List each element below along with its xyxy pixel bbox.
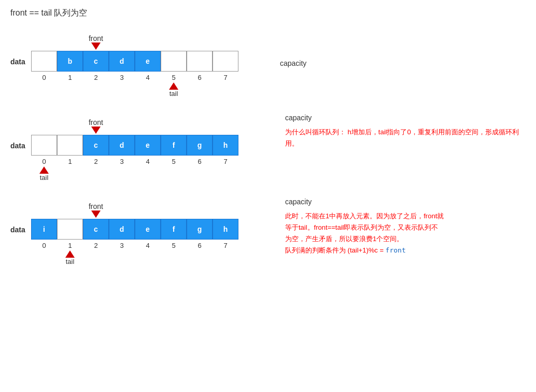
tail-row-3: tail (31, 249, 270, 265)
idx-3-0: 0 (31, 242, 57, 249)
idx-2-2: 2 (83, 158, 109, 165)
cell-2-7: h (213, 135, 238, 156)
cell-3-1 (57, 219, 83, 240)
idx-3-1: 1 (57, 242, 83, 249)
cell-1-7 (213, 51, 238, 72)
cell-3-6: g (187, 219, 213, 240)
front-label-2: front (89, 118, 103, 127)
array-row-3: i c d e f g h (31, 219, 270, 240)
cell-1-5 (161, 51, 187, 72)
idx-1-1: 1 (57, 74, 83, 81)
cell-2-1 (57, 135, 83, 156)
idx-3-2: 2 (83, 242, 109, 249)
section-3: data front i c d e f g (10, 197, 526, 265)
page-title: front == tail 队列为空 (10, 8, 526, 19)
cell-3-7: h (213, 219, 238, 240)
cell-1-1: b (57, 51, 83, 72)
capacity-label-2: capacity (285, 114, 312, 122)
idx-3-5: 5 (161, 242, 187, 249)
tail-arrow-2 (39, 166, 49, 174)
index-row-3: 0 1 2 3 4 5 6 7 (31, 242, 270, 249)
idx-1-7: 7 (213, 74, 238, 81)
cell-3-0: i (31, 219, 57, 240)
section-2: data front c d e f g (10, 113, 526, 181)
array-row-2: c d e f g h (31, 135, 270, 156)
front-label-3: front (89, 202, 103, 211)
idx-1-3: 3 (109, 74, 135, 81)
capacity-label-1: capacity (280, 59, 306, 67)
section-1: data front b c d (10, 29, 526, 97)
idx-3-7: 7 (213, 242, 238, 249)
cell-2-2: c (83, 135, 109, 156)
idx-3-3: 3 (109, 242, 135, 249)
idx-2-3: 3 (109, 158, 135, 165)
tail-row-2: tail (31, 165, 270, 181)
idx-1-0: 0 (31, 74, 57, 81)
tail-label-2: tail (40, 174, 49, 181)
idx-2-1: 1 (57, 158, 83, 165)
cell-2-3: d (109, 135, 135, 156)
diagram-1: data front b c d (10, 29, 270, 97)
idx-2-6: 6 (187, 158, 213, 165)
front-arrow-2 (91, 127, 101, 134)
cell-3-5: f (161, 219, 187, 240)
cell-3-2: c (83, 219, 109, 240)
tail-row-1: tail (31, 81, 270, 97)
cell-2-6: g (187, 135, 213, 156)
idx-2-7: 7 (213, 158, 238, 165)
diagram-3: data front i c d e f g (10, 197, 270, 265)
tail-arrow-1 (169, 82, 178, 90)
idx-1-6: 6 (187, 74, 213, 81)
array-row-1: b c d e (31, 51, 270, 72)
note-3: 此时，不能在1中再放入元素。因为放了之后，front就等于tail。front=… (285, 211, 526, 256)
data-label-3: data (10, 226, 25, 234)
cell-2-4: e (135, 135, 161, 156)
idx-1-5: 5 (161, 74, 187, 81)
tail-label-3: tail (66, 258, 75, 265)
cell-1-0 (31, 51, 57, 72)
front-label-1: front (89, 34, 103, 43)
cell-3-3: d (109, 219, 135, 240)
idx-2-4: 4 (135, 158, 161, 165)
tail-arrow-3 (65, 250, 75, 258)
tail-label-1: tail (170, 90, 178, 97)
cell-3-4: e (135, 219, 161, 240)
cell-2-0 (31, 135, 57, 156)
cell-1-4: e (135, 51, 161, 72)
cell-1-2: c (83, 51, 109, 72)
capacity-label-3: capacity (285, 198, 312, 206)
cell-2-5: f (161, 135, 187, 156)
idx-2-5: 5 (161, 158, 187, 165)
note-2: 为什么叫循环队列： h增加后，tail指向了0，重复利用前面的空间，形成循环利用… (285, 127, 526, 149)
diagram-2: data front c d e f g (10, 113, 270, 181)
cell-1-6 (187, 51, 213, 72)
idx-2-0: 0 (31, 158, 57, 165)
data-label-2: data (10, 142, 25, 150)
idx-3-4: 4 (135, 242, 161, 249)
index-row-2: 0 1 2 3 4 5 6 7 (31, 158, 270, 165)
idx-3-6: 6 (187, 242, 213, 249)
idx-1-4: 4 (135, 74, 161, 81)
front-arrow-3 (91, 211, 101, 218)
front-arrow-1 (91, 43, 101, 50)
data-label-1: data (10, 58, 25, 66)
idx-1-2: 2 (83, 74, 109, 81)
cell-1-3: d (109, 51, 135, 72)
index-row-1: 0 1 2 3 4 5 6 7 (31, 74, 270, 81)
